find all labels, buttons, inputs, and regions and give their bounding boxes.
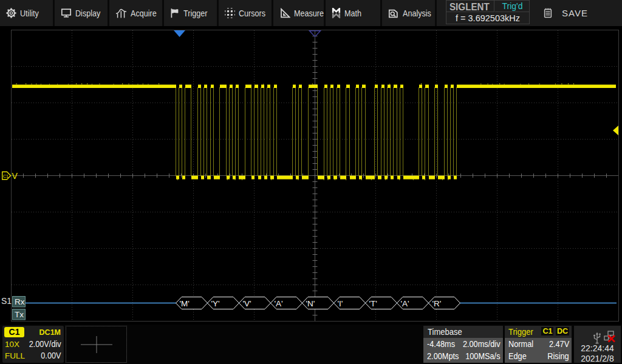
svg-text:Tx: Tx [15,310,24,319]
svg-text:'Y': 'Y' [211,299,220,308]
svg-text:'V': 'V' [243,299,251,308]
svg-text:'N': 'N' [306,299,315,308]
svg-text:S1: S1 [1,296,12,306]
svg-text:Rx: Rx [15,297,25,306]
svg-text:'A': 'A' [401,299,409,308]
svg-text:V: V [12,171,18,181]
svg-text:'I': 'I' [338,299,343,308]
svg-text:'R': 'R' [432,299,442,308]
svg-text:'T': 'T' [369,299,377,308]
svg-text:'A': 'A' [275,299,283,308]
svg-text:'M': 'M' [180,299,190,308]
svg-text:C1: C1 [3,174,9,178]
